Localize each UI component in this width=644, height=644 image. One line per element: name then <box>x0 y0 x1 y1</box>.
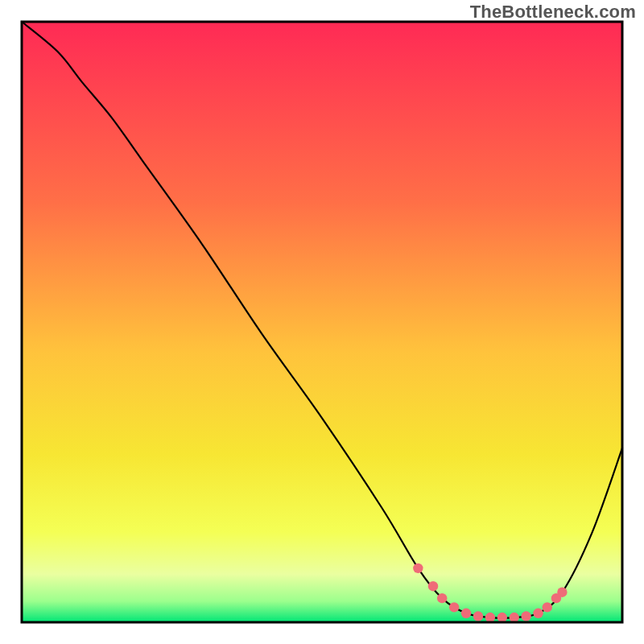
marker-dot <box>521 611 530 621</box>
marker-dot <box>485 613 495 622</box>
marker-dot <box>473 611 483 621</box>
marker-dot <box>428 581 438 591</box>
source-attribution: TheBottleneck.com <box>470 2 636 23</box>
marker-dot <box>497 613 507 622</box>
marker-dot <box>557 588 567 597</box>
bottleneck-chart <box>0 0 644 644</box>
plot-background <box>22 22 622 622</box>
marker-dot <box>437 593 447 603</box>
marker-dot <box>543 602 552 612</box>
marker-dot <box>533 609 543 618</box>
marker-dot <box>413 564 423 573</box>
marker-dot <box>449 602 459 612</box>
marker-dot <box>510 613 519 622</box>
marker-dot <box>461 609 471 618</box>
chart-container: TheBottleneck.com <box>0 0 644 644</box>
